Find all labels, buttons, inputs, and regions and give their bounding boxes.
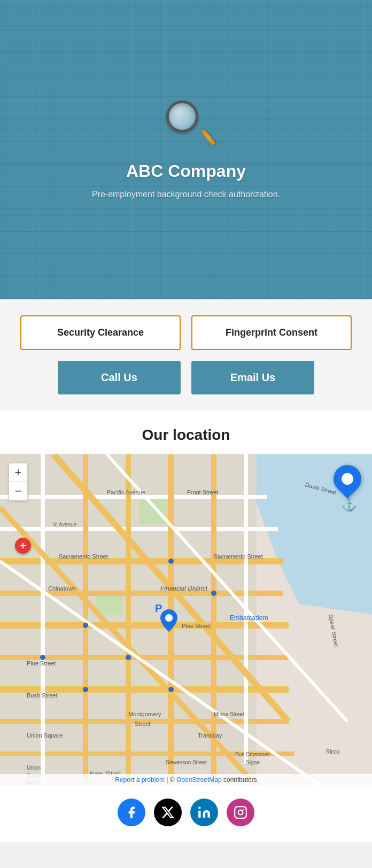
map-container[interactable]: Pacific Avenue ic Avenue Front Street Da…: [0, 454, 372, 786]
svg-rect-4: [96, 593, 123, 615]
facebook-button[interactable]: [118, 799, 145, 826]
attribution-separator: | ©: [165, 776, 176, 784]
map-attribution: Report a problem | © OpenStreetMap contr…: [0, 774, 372, 786]
svg-point-53: [168, 687, 174, 692]
location-title: Our location: [0, 427, 372, 444]
svg-point-52: [126, 655, 131, 660]
anchor-icon: ⚓: [341, 497, 357, 512]
svg-point-54: [83, 687, 88, 692]
svg-text:Union: Union: [27, 765, 41, 771]
buttons-section: Security Clearance Fingerprint Consent C…: [0, 299, 372, 410]
instagram-icon: [234, 805, 247, 819]
map-svg: Pacific Avenue ic Avenue Front Street Da…: [0, 454, 372, 786]
call-us-button[interactable]: Call Us: [58, 361, 181, 394]
facebook-icon: [125, 805, 138, 819]
hero-subtitle: Pre-employment background check authoriz…: [92, 190, 280, 199]
svg-point-58: [165, 614, 173, 622]
svg-text:Financial District: Financial District: [160, 585, 208, 592]
svg-text:ic Avenue: ic Avenue: [53, 522, 77, 528]
svg-point-56: [168, 559, 174, 564]
instagram-button[interactable]: [227, 799, 254, 826]
location-section: Our location: [0, 410, 372, 786]
hero-section: ABC Company Pre-employment background ch…: [0, 0, 372, 299]
svg-point-55: [40, 655, 45, 660]
svg-text:Front Street: Front Street: [187, 489, 218, 495]
svg-text:Rinco: Rinco: [326, 749, 340, 755]
linkedin-icon: [197, 805, 211, 819]
svg-text:Bus Crossover: Bus Crossover: [235, 751, 270, 757]
svg-text:Pacific Avenue: Pacific Avenue: [107, 489, 145, 495]
hero-content: ABC Company Pre-employment background ch…: [92, 100, 280, 199]
svg-text:Chinatown: Chinatown: [48, 585, 76, 592]
map-main-pin: [160, 609, 177, 634]
outline-buttons-row: Security Clearance Fingerprint Consent: [11, 315, 361, 350]
svg-text:Minna Street: Minna Street: [214, 711, 244, 717]
svg-text:Bush Street: Bush Street: [27, 692, 57, 699]
svg-text:Street: Street: [135, 720, 150, 727]
svg-text:Stevenson Street: Stevenson Street: [166, 759, 207, 765]
report-problem-link[interactable]: Report a problem: [115, 776, 165, 784]
svg-text:Pine Street: Pine Street: [27, 660, 56, 666]
svg-text:Montgomery: Montgomery: [128, 711, 161, 717]
openstreetmap-link[interactable]: OpenStreetMap: [176, 776, 222, 784]
fingerprint-consent-button[interactable]: Fingerprint Consent: [191, 315, 352, 350]
svg-text:Union Square: Union Square: [27, 732, 63, 739]
svg-text:Transbay: Transbay: [198, 732, 222, 739]
attribution-suffix: contributors: [222, 776, 257, 784]
svg-point-59: [198, 807, 200, 809]
social-section: [0, 786, 372, 842]
svg-text:Embarcadero: Embarcadero: [230, 614, 268, 622]
map-zoom-controls: + −: [9, 463, 28, 501]
svg-text:Signal: Signal: [246, 759, 261, 765]
zoom-in-button[interactable]: +: [9, 463, 27, 482]
svg-text:Sacramento Street: Sacramento Street: [59, 553, 108, 560]
linkedin-button[interactable]: [190, 799, 218, 826]
twitter-x-button[interactable]: [154, 799, 182, 826]
x-twitter-icon: [161, 805, 175, 819]
svg-point-57: [211, 591, 216, 596]
svg-text:Sacramento Street: Sacramento Street: [214, 553, 263, 560]
svg-point-51: [83, 623, 88, 628]
svg-text:Pine Street: Pine Street: [182, 623, 211, 629]
magnifying-glass-icon: [162, 100, 210, 149]
security-clearance-button[interactable]: Security Clearance: [20, 315, 181, 350]
company-title: ABC Company: [126, 161, 246, 181]
filled-buttons-row: Call Us Email Us: [11, 361, 361, 394]
map-add-button[interactable]: +: [15, 538, 31, 554]
email-us-button[interactable]: Email Us: [191, 361, 314, 394]
zoom-out-button[interactable]: −: [9, 482, 27, 500]
svg-rect-60: [235, 807, 246, 818]
